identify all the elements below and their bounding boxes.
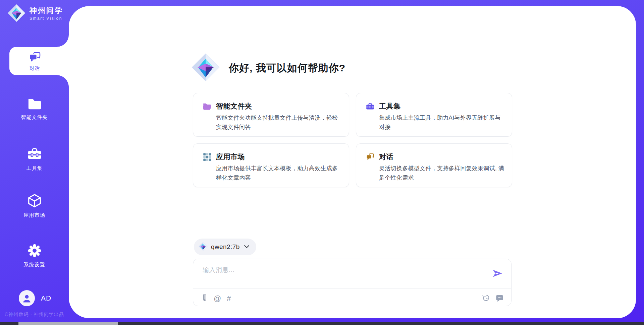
history-icon — [482, 294, 490, 303]
at-icon: @ — [214, 295, 221, 302]
attach-button[interactable] — [201, 294, 208, 304]
chat-icon — [366, 152, 375, 163]
sidebar-item-label: 应用市场 — [24, 212, 45, 218]
avatar — [19, 290, 35, 306]
sidebar-item-chat[interactable]: 对话 — [9, 47, 69, 75]
model-name: qwen2:7b — [211, 243, 240, 251]
send-icon — [492, 275, 503, 280]
copyright-text: ©神州数码 · 神州问学出品 — [5, 312, 64, 318]
gear-icon — [27, 243, 42, 259]
sidebar-item-label: 系统设置 — [24, 262, 45, 268]
brand-name: 神州问学 — [30, 7, 63, 15]
brand-diamond-icon — [199, 242, 208, 252]
chat-icon — [28, 51, 42, 65]
card-title: 应用市场 — [216, 152, 245, 161]
folder-icon — [27, 96, 42, 112]
feedback-button[interactable] — [495, 294, 504, 304]
sidebar-item-smart-folder[interactable]: 智能文件夹 — [0, 96, 69, 121]
greeting-title: 你好, 我可以如何帮助你? — [229, 61, 345, 75]
history-button[interactable] — [482, 294, 490, 303]
sidebar-item-app-market[interactable]: 应用市场 — [0, 193, 69, 218]
card-desc: 灵活切换多模型文件，支持多样回复效果调试, 满足个性化需求 — [379, 164, 504, 182]
app-logo: 神州问学 Smart Vision — [7, 4, 63, 23]
card-title: 智能文件夹 — [216, 102, 252, 111]
message-input[interactable] — [202, 265, 478, 286]
hash-icon: # — [227, 295, 231, 302]
card-desc: 集成市场上主流工具，助力AI与外界无缝扩展与对接 — [379, 113, 504, 132]
message-composer: @ # — [193, 259, 512, 306]
greeting-diamond-icon — [191, 53, 220, 83]
user-account[interactable]: AD — [19, 290, 51, 306]
user-name: AD — [41, 294, 51, 302]
card-desc: 智能文件夹功能支持批量文件上传与清洗，轻松实现文件问答 — [216, 113, 341, 132]
send-button[interactable] — [490, 266, 504, 281]
card-title: 对话 — [379, 152, 393, 161]
feature-cards: 智能文件夹 智能文件夹功能支持批量文件上传与清洗，轻松实现文件问答 工具集 集成… — [193, 93, 512, 187]
card-title: 工具集 — [379, 102, 401, 111]
cube-icon — [27, 193, 42, 210]
chevron-down-icon — [244, 244, 250, 250]
chat-bubble-icon — [495, 294, 504, 304]
grid-icon — [203, 152, 212, 163]
horizontal-scrollbar-thumb[interactable] — [18, 322, 118, 325]
tab-fillet-bottom — [57, 75, 69, 87]
card-smart-folder[interactable]: 智能文件夹 智能文件夹功能支持批量文件上传与清洗，轻松实现文件问答 — [193, 93, 349, 137]
sidebar-item-toolbox[interactable]: 工具集 — [0, 146, 69, 172]
sidebar-item-label: 工具集 — [26, 165, 43, 172]
folder-icon — [203, 102, 212, 112]
greeting-block: 你好, 我可以如何帮助你? — [191, 53, 345, 83]
model-selector[interactable]: qwen2:7b — [194, 239, 256, 255]
paperclip-icon — [201, 294, 208, 304]
composer-divider — [193, 288, 511, 289]
card-app-market[interactable]: 应用市场 应用市场提供丰富长文本模板，助力高效生成多样化文章内容 — [193, 143, 349, 187]
brand-diamond-icon — [7, 4, 25, 23]
sidebar-item-label: 对话 — [30, 65, 40, 72]
sidebar-item-label: 智能文件夹 — [21, 114, 48, 121]
card-chat[interactable]: 对话 灵活切换多模型文件，支持多样回复效果调试, 满足个性化需求 — [356, 143, 512, 187]
toolbox-icon — [27, 146, 42, 163]
mention-button[interactable]: @ — [214, 295, 221, 302]
briefcase-icon — [366, 102, 375, 112]
card-desc: 应用市场提供丰富长文本模板，助力高效生成多样化文章内容 — [216, 164, 341, 182]
brand-subtitle: Smart Vision — [30, 16, 63, 21]
sidebar-item-settings[interactable]: 系统设置 — [0, 243, 69, 268]
tab-fillet-top — [57, 35, 69, 47]
card-toolbox[interactable]: 工具集 集成市场上主流工具，助力AI与外界无缝扩展与对接 — [356, 93, 512, 137]
topic-button[interactable]: # — [227, 295, 231, 302]
